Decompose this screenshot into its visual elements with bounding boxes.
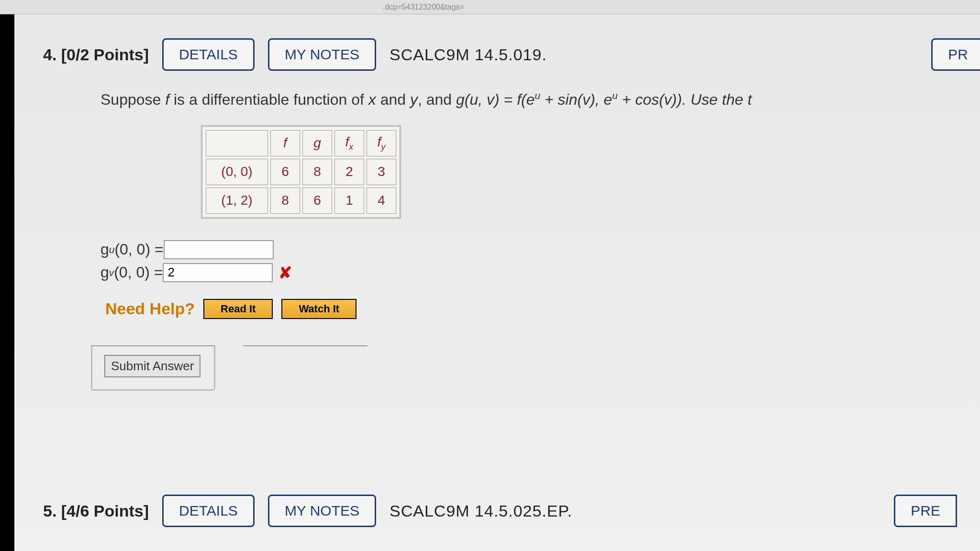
gu-row: gu(0, 0) = bbox=[100, 240, 980, 259]
th-f: f bbox=[270, 130, 300, 156]
label-rest: (0, 0) = bbox=[114, 241, 163, 258]
table-row: (1, 2) 8 6 1 4 bbox=[206, 187, 396, 214]
var-x: x bbox=[368, 91, 376, 108]
q5-code: SCALC9M 14.5.025.EP. bbox=[390, 502, 572, 520]
divider bbox=[243, 345, 368, 346]
wrong-icon: ✘ bbox=[278, 263, 292, 282]
gv-input[interactable] bbox=[163, 263, 273, 282]
cell-point: (0, 0) bbox=[206, 159, 268, 185]
details-button[interactable]: DETAILS bbox=[162, 38, 255, 71]
text: + cos(v)). Use the t bbox=[618, 91, 752, 108]
help-block: Need Help? Read It Watch It bbox=[105, 299, 980, 319]
th-fx: fx bbox=[334, 130, 364, 156]
read-it-button[interactable]: Read It bbox=[203, 299, 273, 319]
text: (u, v) = f(e bbox=[465, 91, 535, 108]
label-rest: (0, 0) = bbox=[114, 264, 163, 281]
previous-button[interactable]: PRE bbox=[894, 495, 957, 527]
th-blank bbox=[206, 130, 268, 156]
submit-answer-button[interactable]: Submit Answer bbox=[104, 355, 200, 377]
page-content: 4. [0/2 Points] DETAILS MY NOTES SCALC9M… bbox=[14, 14, 980, 551]
text: , and bbox=[418, 91, 456, 108]
table-row: (0, 0) 6 8 2 3 bbox=[206, 159, 396, 185]
practice-button[interactable]: PR bbox=[931, 38, 980, 71]
sub: y bbox=[381, 142, 385, 151]
sub: x bbox=[349, 142, 353, 151]
sup-u: u bbox=[612, 90, 618, 101]
cell: 8 bbox=[302, 159, 332, 185]
cell: 1 bbox=[334, 187, 364, 214]
cell: 8 bbox=[270, 187, 300, 214]
cell: 6 bbox=[270, 159, 300, 185]
label-g: g bbox=[100, 264, 109, 281]
values-table: f g fx fy (0, 0) 6 8 2 3 (1, 2) 8 6 1 4 bbox=[201, 125, 401, 219]
q4-code: SCALC9M 14.5.019. bbox=[390, 45, 547, 64]
text: Suppose bbox=[100, 91, 165, 108]
url-fragment: .dcp=543123200&tags= bbox=[0, 0, 980, 14]
watch-it-button[interactable]: Watch It bbox=[281, 299, 356, 319]
sup-u: u bbox=[535, 90, 541, 101]
q4-number: 4. [0/2 Points] bbox=[43, 45, 149, 64]
cell: 4 bbox=[367, 187, 396, 214]
q5-number: 5. [4/6 Points] bbox=[43, 502, 149, 520]
cell: 6 bbox=[302, 187, 332, 214]
help-label: Need Help? bbox=[105, 299, 195, 318]
label-sub-u: u bbox=[109, 244, 115, 255]
var-y: y bbox=[410, 91, 418, 108]
problem-statement: Suppose f is a differentiable function o… bbox=[100, 90, 980, 109]
cell: 3 bbox=[367, 159, 396, 185]
mynotes-button[interactable]: MY NOTES bbox=[268, 495, 376, 527]
answers-block: gu(0, 0) = gv(0, 0) = ✘ bbox=[100, 240, 980, 282]
question4-header: 4. [0/2 Points] DETAILS MY NOTES SCALC9M… bbox=[43, 38, 980, 71]
var-f: f bbox=[165, 91, 169, 108]
th-g: g bbox=[302, 130, 332, 156]
th-fy: fy bbox=[367, 130, 396, 156]
label-sub-v: v bbox=[109, 267, 114, 278]
mynotes-button[interactable]: MY NOTES bbox=[268, 38, 376, 71]
table-row: f g fx fy bbox=[206, 130, 396, 156]
cell-point: (1, 2) bbox=[206, 187, 268, 214]
gv-row: gv(0, 0) = ✘ bbox=[100, 263, 980, 282]
left-edge bbox=[0, 14, 14, 551]
text: is a differentiable function of bbox=[169, 91, 368, 108]
var-g: g bbox=[456, 91, 465, 108]
details-button[interactable]: DETAILS bbox=[162, 495, 255, 527]
label-g: g bbox=[100, 241, 109, 258]
text: and bbox=[376, 91, 410, 108]
question5-header: 5. [4/6 Points] DETAILS MY NOTES SCALC9M… bbox=[14, 495, 952, 527]
submit-wrap: Submit Answer bbox=[91, 345, 215, 391]
text: + sin(v), e bbox=[540, 91, 612, 108]
gu-input[interactable] bbox=[164, 240, 274, 259]
cell: 2 bbox=[334, 159, 364, 185]
